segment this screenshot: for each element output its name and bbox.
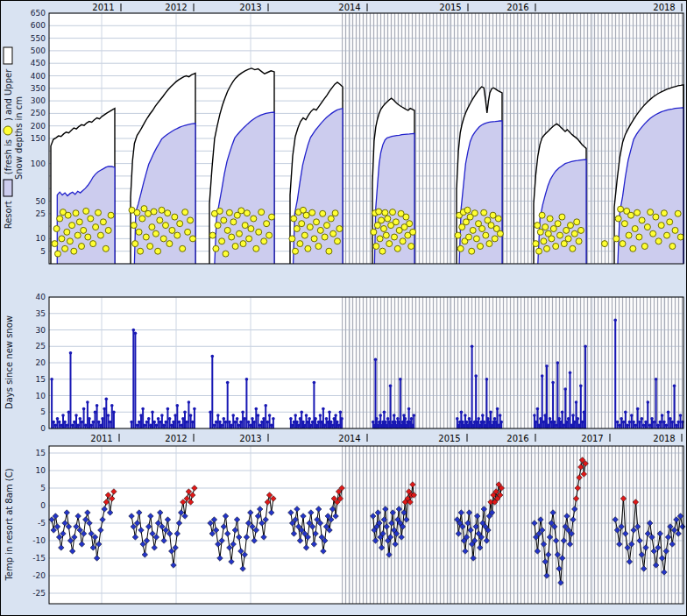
days-y-tick-label: 15: [36, 375, 46, 384]
days-bar-cap: [141, 407, 145, 411]
days-bar-cap: [632, 421, 635, 424]
fresh-snow-dot: [381, 226, 387, 232]
days-bar: [255, 409, 257, 429]
days-axis-label: Days since new snow: [4, 315, 15, 409]
fresh-snow-dot: [658, 223, 664, 229]
days-y-tick-label: 5: [40, 407, 46, 416]
days-bar-cap: [132, 329, 136, 332]
fresh-snow-dot: [55, 251, 61, 257]
fresh-snow-dot: [52, 241, 58, 247]
days-bar-cap: [644, 421, 648, 424]
days-bar: [544, 415, 546, 428]
days-bar-cap: [393, 414, 396, 417]
fresh-snow-dot: [644, 224, 650, 230]
days-bar-cap: [669, 417, 672, 421]
fresh-snow-dot: [459, 224, 465, 230]
fresh-snow-dot: [264, 221, 270, 227]
fresh-snow-dot: [65, 212, 71, 218]
days-bar-cap: [641, 417, 644, 421]
days-bar-cap: [188, 400, 191, 404]
fresh-snow-dot: [230, 219, 237, 225]
fresh-snow-dot: [213, 245, 219, 251]
year-label-top: 2018: [653, 3, 675, 12]
days-bar-cap: [575, 400, 578, 404]
snow-y-tick-label: 5: [40, 247, 46, 256]
fresh-snow-dot: [376, 209, 382, 215]
fresh-snow-dot: [143, 234, 149, 240]
days-bar-cap: [485, 378, 489, 381]
days-bar-cap: [460, 411, 464, 414]
days-bar-cap: [577, 417, 580, 421]
days-bar-cap: [295, 421, 299, 424]
fresh-snow-dot: [632, 226, 638, 232]
fresh-snow-dot: [289, 236, 295, 242]
days-bar-cap: [499, 414, 502, 417]
days-bar-cap: [541, 374, 544, 378]
fresh-snow-dot: [53, 226, 60, 232]
days-bar-cap: [264, 404, 267, 407]
fresh-snow-dot: [224, 227, 230, 233]
days-bar-cap: [193, 407, 196, 411]
days-bar-cap: [618, 424, 621, 428]
year-label-top: 2011: [92, 3, 114, 12]
fresh-snow-dot: [62, 245, 68, 251]
days-bar: [471, 346, 473, 428]
fresh-snow-dot: [177, 221, 183, 227]
fresh-snow-dot: [533, 241, 539, 247]
days-bar: [75, 415, 77, 428]
fresh-snow-dot: [169, 227, 175, 233]
fresh-snow-dot: [570, 245, 576, 251]
fresh-snow-dot: [392, 234, 398, 240]
days-bar: [161, 415, 163, 428]
fresh-snow-dot: [256, 229, 262, 235]
fresh-snow-dot: [488, 223, 494, 229]
days-bar: [67, 412, 69, 428]
days-bar: [105, 399, 107, 428]
fresh-snow-dot: [73, 210, 79, 216]
days-bar-cap: [236, 417, 239, 421]
days-bar-cap: [58, 421, 61, 424]
days-bar-cap: [176, 404, 180, 407]
fresh-snow-dot: [291, 216, 297, 222]
days-bar-cap: [339, 411, 343, 414]
days-bar-cap: [404, 417, 407, 421]
snow-depths-label: Snow depths in cm: [13, 96, 25, 180]
fresh-snow-dot: [303, 212, 309, 218]
days-bar-cap: [189, 414, 193, 417]
fresh-snow-dot: [138, 248, 144, 254]
fresh-snow-dot: [269, 214, 275, 220]
fresh-snow-dot: [373, 244, 379, 250]
days-bar: [134, 333, 136, 428]
days-y-tick-label: 35: [36, 309, 46, 318]
fresh-snow-legend-dot-icon: [4, 125, 13, 135]
fresh-snow-dot: [309, 209, 315, 216]
days-bar: [174, 415, 176, 428]
fresh-snow-dot: [145, 210, 152, 216]
fresh-snow-dot: [185, 229, 191, 235]
fresh-snow-dot: [74, 232, 81, 238]
days-bar: [674, 386, 676, 428]
fresh-snow-dot: [377, 236, 383, 242]
fresh-snow-dot: [163, 223, 169, 229]
days-bar-cap: [665, 424, 669, 428]
fresh-snow-dot: [160, 236, 166, 242]
fresh-snow-dot: [497, 230, 503, 237]
days-bar-cap: [166, 407, 170, 411]
days-bar: [269, 415, 271, 428]
days-bar-cap: [626, 424, 629, 428]
fresh-snow-dot: [626, 232, 632, 238]
fresh-snow-dot: [324, 223, 330, 229]
days-bar-cap: [301, 421, 305, 424]
days-bar: [87, 402, 89, 428]
days-bar-cap: [536, 407, 540, 411]
days-bar-cap: [336, 421, 339, 424]
days-bar-cap: [399, 378, 402, 381]
days-bar-cap: [620, 417, 623, 421]
fresh-snow-dot: [190, 236, 196, 242]
fresh-snow-dot: [108, 212, 114, 218]
days-bar-cap: [579, 385, 583, 388]
snow-y-tick-label: 450: [31, 59, 46, 67]
days-bar-cap: [50, 378, 53, 381]
days-bar: [194, 409, 195, 429]
days-bar-cap: [464, 414, 467, 417]
